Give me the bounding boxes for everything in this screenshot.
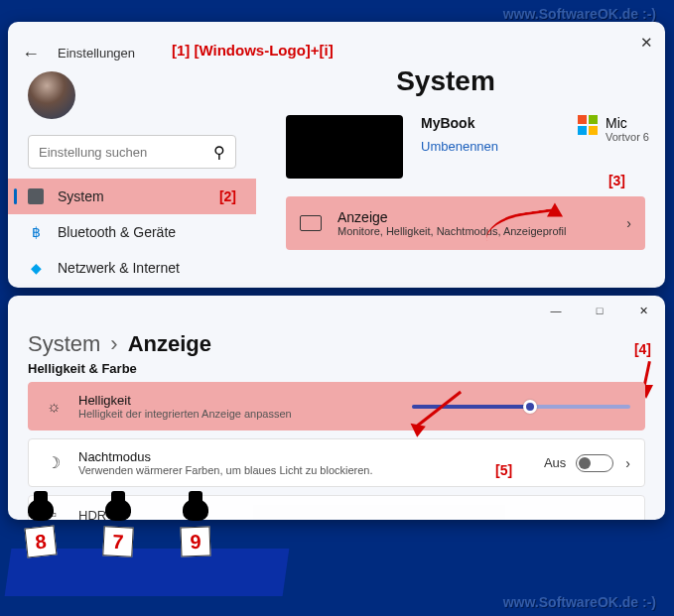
judge-1: 8 xyxy=(26,499,56,556)
display-card[interactable]: Anzeige Monitore, Helligkeit, Nachtmodus… xyxy=(286,196,645,250)
system-icon xyxy=(28,188,44,204)
device-thumbnail xyxy=(286,115,403,179)
judge-head-icon xyxy=(28,499,54,521)
annotation-3: [3] xyxy=(608,173,625,188)
page-heading: System xyxy=(236,65,655,97)
chevron-right-icon: › xyxy=(625,455,630,471)
annotation-2: [2] xyxy=(219,188,236,204)
device-name: MyBook xyxy=(421,115,498,131)
breadcrumb: System › Anzeige xyxy=(8,325,665,359)
watermark-top: www.SoftwareOK.de :-) xyxy=(503,6,656,22)
close-button[interactable]: ✕ xyxy=(621,296,665,325)
back-button[interactable]: ← xyxy=(22,44,40,64)
nav-label: Bluetooth & Geräte xyxy=(58,224,176,240)
ms-sub: Vortvor 6 xyxy=(606,131,649,143)
breadcrumb-parent[interactable]: System xyxy=(28,331,100,357)
titlebar: — □ ✕ xyxy=(8,296,665,325)
bluetooth-icon: ฿ xyxy=(28,224,44,240)
arrow-3 xyxy=(474,205,564,245)
sun-icon: ☼ xyxy=(43,398,65,416)
annotation-5: [5] xyxy=(495,462,512,478)
search-box[interactable]: ⚲ xyxy=(28,135,236,169)
rename-link[interactable]: Umbenennen xyxy=(421,139,498,154)
brightness-row[interactable]: ☼ Helligkeit Helligkeit der integrierten… xyxy=(28,382,645,431)
display-settings-window: — □ ✕ System › Anzeige Helligkeit & Farb… xyxy=(8,296,665,520)
microsoft-logo-icon xyxy=(578,115,598,135)
minimize-button[interactable]: — xyxy=(534,296,578,325)
score-card: 9 xyxy=(180,526,210,556)
annotation-1: [1] [Windows-Logo]+[i] xyxy=(172,42,334,59)
slider-knob[interactable] xyxy=(523,400,537,414)
nav-item-system[interactable]: System [2] xyxy=(8,179,256,214)
monitor-icon xyxy=(300,215,322,231)
judge-head-icon xyxy=(183,499,208,521)
nav-list: System [2] ฿ Bluetooth & Geräte ◆ Netzwe… xyxy=(8,179,256,286)
nav-label: Netzwerk & Internet xyxy=(58,260,180,276)
judge-2: 7 xyxy=(103,499,133,556)
row-title: Nachtmodus xyxy=(78,449,373,464)
chevron-right-icon: › xyxy=(110,331,117,357)
search-input[interactable] xyxy=(39,145,198,160)
toggle-state-label: Aus xyxy=(544,455,566,470)
microsoft-block[interactable]: Mic Vortvor 6 xyxy=(578,115,655,143)
user-avatar[interactable] xyxy=(28,71,75,119)
score-card: 7 xyxy=(102,526,134,557)
close-button[interactable]: ✕ xyxy=(640,34,653,52)
score-card: 8 xyxy=(25,526,58,558)
row-subtitle: Verwenden wärmerer Farben, um blaues Lic… xyxy=(78,464,373,476)
wifi-icon: ◆ xyxy=(28,260,44,276)
device-row: MyBook Umbenennen Mic Vortvor 6 xyxy=(286,115,655,179)
row-subtitle: Helligkeit der integrierten Anzeige anpa… xyxy=(78,408,292,420)
maximize-button[interactable]: □ xyxy=(578,296,621,325)
annotation-4: [4] xyxy=(634,341,651,357)
nightmode-row[interactable]: ☽ Nachtmodus Verwenden wärmerer Farben, … xyxy=(28,438,645,487)
nav-label: System xyxy=(58,188,104,204)
left-panel: ⚲ System [2] ฿ Bluetooth & Geräte ◆ Netz… xyxy=(8,71,256,286)
nav-item-bluetooth[interactable]: ฿ Bluetooth & Geräte xyxy=(8,214,256,250)
judges-illustration: 8 7 9 xyxy=(8,497,306,596)
moon-icon: ☽ xyxy=(43,453,65,472)
judge-head-icon xyxy=(105,499,131,521)
row-title: Helligkeit xyxy=(78,393,292,408)
judge-3: 9 xyxy=(181,499,210,556)
watermark-bottom: www.SoftwareOK.de :-) xyxy=(503,594,656,610)
window-title: Einstellungen xyxy=(58,46,135,61)
breadcrumb-current: Anzeige xyxy=(128,331,211,357)
right-panel: System MyBook Umbenennen Mic Vortvor 6 [… xyxy=(276,65,655,250)
ms-title: Mic xyxy=(606,115,649,131)
section-title: Helligkeit & Farbe xyxy=(8,359,665,382)
settings-window: ← Einstellungen [1] [Windows-Logo]+[i] ✕… xyxy=(8,22,665,288)
search-icon: ⚲ xyxy=(213,143,225,162)
nav-item-network[interactable]: ◆ Netzwerk & Internet xyxy=(8,250,256,286)
nightmode-toggle[interactable] xyxy=(576,454,613,472)
chevron-right-icon: › xyxy=(626,215,631,231)
